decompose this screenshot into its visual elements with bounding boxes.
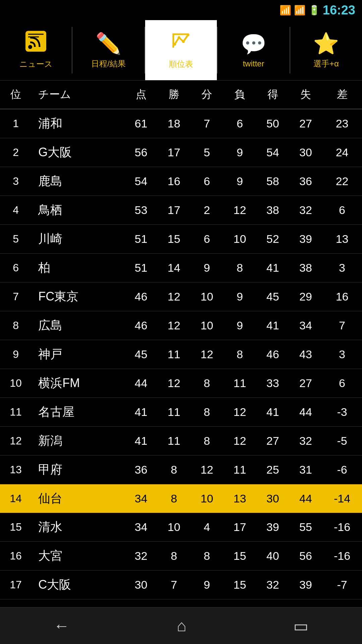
cell-goals-for: 33 [256, 369, 289, 398]
cell-diff: -6 [322, 455, 362, 484]
cell-diff: -16 [322, 542, 362, 571]
cell-wins: 14 [158, 254, 190, 282]
cell-team: 新潟 [32, 427, 124, 455]
status-icons: 📶 📶 🔋 16:23 [280, 3, 355, 17]
cell-diff: -5 [322, 427, 362, 455]
table-row: 9 神戸 45 11 12 8 46 43 3 [0, 340, 362, 369]
cell-rank: 12 [0, 427, 32, 455]
nav-item-schedule[interactable]: ✏️ 日程/結果 [72, 20, 144, 80]
cell-diff: 6 [322, 369, 362, 398]
cell-diff: 22 [322, 167, 362, 196]
cell-goals-for: 41 [256, 398, 289, 427]
nav-item-players[interactable]: ⭐ 選手+α [290, 20, 362, 80]
cell-rank: 5 [0, 225, 32, 254]
cell-goals-for: 27 [256, 427, 289, 455]
cell-wins: 8 [158, 455, 190, 484]
table-row: 1 浦和 61 18 7 6 50 27 23 [0, 109, 362, 138]
standings-table: 位 チーム 点 勝 分 負 得 失 差 1 浦和 61 18 7 6 50 27… [0, 80, 362, 599]
cell-losses: 12 [223, 398, 256, 427]
cell-draws: 10 [190, 311, 223, 340]
cell-points: 54 [125, 167, 158, 196]
cell-rank: 4 [0, 196, 32, 225]
cell-wins: 15 [158, 225, 190, 254]
table-body: 1 浦和 61 18 7 6 50 27 23 2 G大阪 56 17 5 9 … [0, 109, 362, 599]
cell-goals-for: 45 [256, 282, 289, 311]
col-wins: 勝 [158, 80, 190, 109]
table-row: 10 横浜FM 44 12 8 11 33 27 6 [0, 369, 362, 398]
cell-points: 46 [125, 311, 158, 340]
cell-losses: 6 [223, 109, 256, 138]
cell-team: G大阪 [32, 138, 124, 167]
cell-points: 44 [125, 369, 158, 398]
cell-wins: 12 [158, 282, 190, 311]
cell-rank: 8 [0, 311, 32, 340]
nav-item-news[interactable]: ニュース [0, 20, 72, 80]
table-row: 11 名古屋 41 11 8 12 41 44 -3 [0, 398, 362, 427]
cell-wins: 8 [158, 484, 190, 513]
cell-losses: 15 [223, 542, 256, 571]
home-button[interactable]: ⌂ [163, 613, 200, 638]
cell-diff: 7 [322, 311, 362, 340]
cell-goals-against: 29 [289, 282, 322, 311]
nav-item-standings[interactable]: 順位表 [145, 20, 217, 80]
back-button[interactable]: ← [40, 613, 83, 638]
cell-losses: 8 [223, 340, 256, 369]
cell-losses: 9 [223, 138, 256, 167]
cell-points: 36 [125, 455, 158, 484]
standings-container: 位 チーム 点 勝 分 負 得 失 差 1 浦和 61 18 7 6 50 27… [0, 80, 362, 640]
cell-goals-against: 32 [289, 427, 322, 455]
cell-goals-against: 56 [289, 542, 322, 571]
svg-point-7 [178, 36, 180, 39]
cell-points: 51 [125, 225, 158, 254]
cell-wins: 17 [158, 138, 190, 167]
cell-draws: 8 [190, 398, 223, 427]
cell-wins: 17 [158, 196, 190, 225]
col-goals-against: 失 [289, 80, 322, 109]
nav-bar: ニュース ✏️ 日程/結果 順位表 💬 twitter [0, 20, 362, 80]
schedule-icon: ✏️ [96, 32, 121, 56]
cell-goals-against: 27 [289, 109, 322, 138]
cell-draws: 5 [190, 138, 223, 167]
players-icon: ⭐ [313, 32, 339, 56]
status-bar: 📶 📶 🔋 16:23 [0, 0, 362, 20]
table-row: 5 川崎 51 15 6 10 52 39 13 [0, 225, 362, 254]
twitter-icon: 💬 [241, 32, 266, 56]
table-row: 12 新潟 41 11 8 12 27 32 -5 [0, 427, 362, 455]
cell-goals-against: 34 [289, 311, 322, 340]
cell-draws: 4 [190, 513, 223, 542]
table-row: 3 鹿島 54 16 6 9 58 36 22 [0, 167, 362, 196]
nav-item-twitter[interactable]: 💬 twitter [218, 20, 289, 80]
cell-losses: 9 [223, 311, 256, 340]
cell-team: 広島 [32, 311, 124, 340]
cell-rank: 16 [0, 542, 32, 571]
cell-rank: 13 [0, 455, 32, 484]
recents-button[interactable]: ▭ [280, 613, 322, 639]
cell-rank: 14 [0, 484, 32, 513]
cell-team: 横浜FM [32, 369, 124, 398]
table-row: 16 大宮 32 8 8 15 40 56 -16 [0, 542, 362, 571]
battery-icon: 🔋 [308, 5, 320, 16]
nav-label-players: 選手+α [313, 58, 339, 69]
cell-losses: 11 [223, 455, 256, 484]
cell-goals-for: 41 [256, 311, 289, 340]
cell-goals-for: 58 [256, 167, 289, 196]
cell-goals-against: 38 [289, 254, 322, 282]
table-row: 14 仙台 34 8 10 13 30 44 -14 [0, 484, 362, 513]
rss-icon [25, 31, 46, 56]
cell-diff: 23 [322, 109, 362, 138]
table-row: 2 G大阪 56 17 5 9 54 30 24 [0, 138, 362, 167]
cell-losses: 12 [223, 196, 256, 225]
cell-diff: 3 [322, 254, 362, 282]
cell-goals-for: 52 [256, 225, 289, 254]
table-row: 17 C大阪 30 7 9 15 32 39 -7 [0, 571, 362, 599]
bottom-nav: ← ⌂ ▭ [0, 607, 362, 644]
cell-rank: 2 [0, 138, 32, 167]
cell-draws: 10 [190, 282, 223, 311]
table-row: 8 広島 46 12 10 9 41 34 7 [0, 311, 362, 340]
cell-losses: 13 [223, 484, 256, 513]
cell-points: 30 [125, 571, 158, 599]
cell-diff: -16 [322, 513, 362, 542]
cell-points: 53 [125, 196, 158, 225]
cell-rank: 10 [0, 369, 32, 398]
cell-team: 大宮 [32, 542, 124, 571]
